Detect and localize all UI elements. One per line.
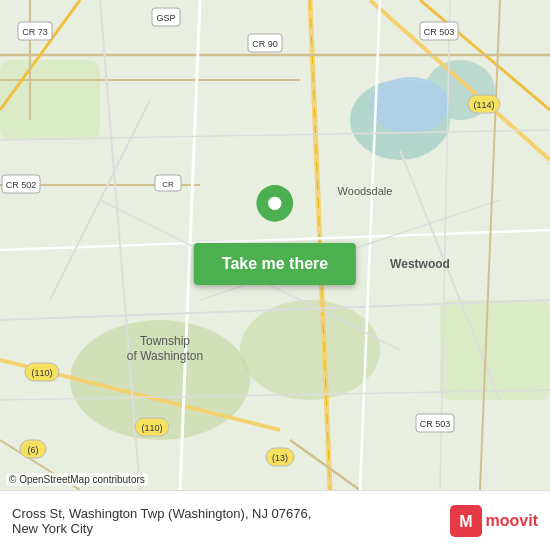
svg-point-2 xyxy=(240,300,380,400)
svg-text:of Washington: of Washington xyxy=(127,349,203,363)
map-container: CR 73 GSP CR 90 CR 503 (114) CR 502 West… xyxy=(0,0,550,490)
take-me-there-button[interactable]: Take me there xyxy=(194,243,356,285)
svg-rect-5 xyxy=(0,60,100,140)
svg-text:(114): (114) xyxy=(473,100,494,110)
osm-attribution: © OpenStreetMap contributors xyxy=(6,473,148,486)
moovit-text: moovit xyxy=(486,512,538,530)
svg-text:CR 503: CR 503 xyxy=(424,27,455,37)
svg-text:CR 90: CR 90 xyxy=(252,39,278,49)
svg-text:CR 73: CR 73 xyxy=(22,27,48,37)
svg-text:(13): (13) xyxy=(272,453,288,463)
svg-text:(6): (6) xyxy=(28,445,39,455)
svg-text:GSP: GSP xyxy=(156,13,175,23)
moovit-logo[interactable]: M moovit xyxy=(450,505,538,537)
svg-text:Westwood: Westwood xyxy=(390,257,450,271)
svg-text:M: M xyxy=(459,513,472,530)
svg-text:CR 502: CR 502 xyxy=(6,180,37,190)
svg-point-62 xyxy=(268,197,281,210)
osm-copyright: © OpenStreetMap contributors xyxy=(9,474,145,485)
svg-text:(110): (110) xyxy=(141,423,162,433)
svg-text:CR: CR xyxy=(162,180,174,189)
svg-text:Township: Township xyxy=(140,334,190,348)
location-pin-icon xyxy=(250,185,300,235)
address-info: Cross St, Washington Twp (Washington), N… xyxy=(12,506,450,536)
take-me-there-overlay: Take me there xyxy=(194,185,356,285)
address-line1: Cross St, Washington Twp (Washington), N… xyxy=(12,506,450,521)
svg-text:CR 503: CR 503 xyxy=(420,419,451,429)
address-line2: New York City xyxy=(12,521,450,536)
moovit-icon: M xyxy=(450,505,482,537)
bottom-bar: Cross St, Washington Twp (Washington), N… xyxy=(0,490,550,550)
svg-text:(110): (110) xyxy=(31,368,52,378)
svg-point-7 xyxy=(370,77,450,133)
